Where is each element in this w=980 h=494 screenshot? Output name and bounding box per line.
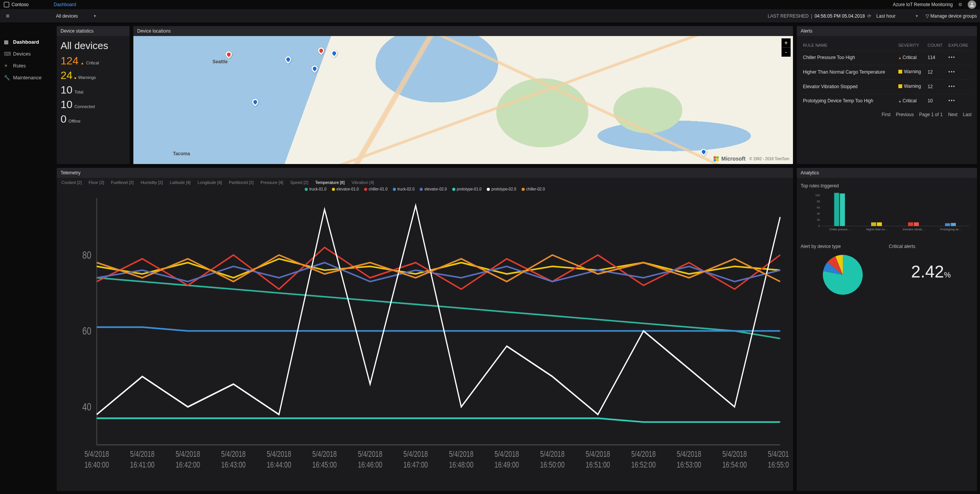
pager-first[interactable]: First: [882, 112, 890, 117]
brand-name: Contoso: [11, 2, 29, 7]
table-row[interactable]: Chiller Pressure Too High Critical 114 •…: [801, 51, 972, 64]
pager-next[interactable]: Next: [948, 112, 958, 117]
chevron-down-icon: ▼: [915, 14, 919, 18]
svg-text:16:53:00: 16:53:00: [677, 460, 701, 469]
legend-item[interactable]: prototype-01.0: [452, 187, 482, 191]
explore-icon[interactable]: •••: [948, 84, 955, 89]
sidebar-item-rules[interactable]: ✶Rules: [0, 60, 54, 72]
grid-icon: ▦: [4, 39, 9, 45]
telemetry-legend: truck-01.0elevator-01.0chiller-01.0truck…: [57, 185, 793, 192]
svg-text:16:45:00: 16:45:00: [312, 460, 337, 469]
pager-previous[interactable]: Previous: [896, 112, 914, 117]
telemetry-tab[interactable]: Speed [2]: [290, 180, 308, 185]
svg-text:5/4/2018: 5/4/2018: [267, 449, 291, 459]
alerts-col-header: EXPLORE: [947, 41, 972, 50]
telemetry-tab[interactable]: Pressure [4]: [261, 180, 283, 185]
map-zoom-out-button[interactable]: -: [781, 48, 791, 57]
explore-icon[interactable]: •••: [948, 98, 955, 103]
telemetry-tab[interactable]: Vibration [4]: [351, 180, 374, 185]
svg-rect-48: [871, 222, 876, 226]
refresh-icon[interactable]: ⟳: [867, 13, 871, 19]
explore-icon[interactable]: •••: [948, 55, 955, 60]
svg-text:5/4/2018: 5/4/2018: [722, 449, 747, 459]
manage-device-groups-link[interactable]: ▽ Manage device groups: [926, 13, 977, 19]
telemetry-tab[interactable]: Temperature [8]: [315, 180, 345, 185]
pager-last[interactable]: Last: [963, 112, 972, 117]
telemetry-tab[interactable]: Coolant [2]: [61, 180, 82, 185]
telemetry-tab[interactable]: Latitude [4]: [170, 180, 190, 185]
table-row[interactable]: Higher Than Normal Cargo Temperature War…: [801, 65, 972, 79]
legend-item[interactable]: elevator-01.0: [332, 187, 359, 191]
map-pin-icon[interactable]: [284, 55, 293, 64]
hamburger-icon[interactable]: ≡: [0, 13, 15, 20]
svg-text:Elevator vibrati…: Elevator vibrati…: [903, 228, 925, 231]
stat-connected: 10Connected: [61, 99, 126, 110]
panel-title: Analytics: [797, 168, 977, 178]
alerts-table: RULE NAMESEVERITYCOUNTEXPLORE Chiller Pr…: [801, 40, 973, 108]
map-pin-icon[interactable]: [317, 46, 326, 55]
chevron-down-icon: ▼: [93, 14, 97, 18]
square-icon: ■: [74, 77, 76, 80]
svg-text:0: 0: [818, 225, 820, 228]
telemetry-tab[interactable]: Floor [2]: [89, 180, 104, 185]
filter-bar: ≡ All devices ▼ LAST REFRESHED | 04:56:0…: [0, 9, 980, 23]
alerts-panel: Alerts RULE NAMESEVERITYCOUNTEXPLORE Chi…: [797, 26, 977, 164]
svg-text:5/4/2018: 5/4/2018: [312, 449, 337, 459]
svg-rect-55: [951, 223, 956, 226]
microsoft-logo-icon: [714, 156, 719, 161]
telemetry-tab[interactable]: Fuellevel [2]: [111, 180, 134, 185]
telemetry-tab[interactable]: Longitude [4]: [197, 180, 222, 185]
svg-text:16:40:00: 16:40:00: [84, 460, 109, 469]
svg-text:5/4/2018: 5/4/2018: [540, 449, 565, 459]
settings-gear-icon[interactable]: ⚙: [958, 2, 962, 7]
svg-text:16:47:00: 16:47:00: [404, 460, 428, 469]
map-pin-icon[interactable]: [699, 148, 708, 156]
svg-text:16:48:00: 16:48:00: [449, 460, 473, 469]
pager-page-1-of-1[interactable]: Page 1 of 1: [919, 112, 942, 117]
svg-text:16:43:00: 16:43:00: [221, 460, 246, 469]
svg-text:5/4/2018: 5/4/2018: [631, 449, 656, 459]
analytics-pie-chart: [801, 251, 885, 296]
map-pin-icon[interactable]: [330, 49, 339, 57]
telemetry-chart: 4060805/4/2018 16:40:005/4/2018 16:41:00…: [57, 192, 793, 491]
user-avatar[interactable]: [968, 0, 976, 9]
legend-item[interactable]: elevator-02.0: [420, 187, 446, 191]
svg-text:16:44:00: 16:44:00: [267, 460, 291, 469]
svg-rect-46: [840, 194, 845, 226]
svg-text:5/4/2018: 5/4/2018: [586, 449, 610, 459]
telemetry-tab[interactable]: Humidity [2]: [141, 180, 163, 185]
telemetry-tabs: Coolant [2]Floor [2]Fuellevel [2]Humidit…: [57, 178, 793, 185]
panel-title: Alerts: [797, 26, 977, 36]
legend-item[interactable]: truck-01.0: [305, 187, 326, 191]
map-pin-icon[interactable]: [251, 97, 259, 106]
legend-item[interactable]: truck-02.0: [393, 187, 414, 191]
timerange-dropdown[interactable]: Last hour ▼: [877, 13, 919, 19]
map-canvas[interactable]: Seattle Tacoma + -: [133, 36, 793, 164]
stat-critical: 124 ▲ Critical: [61, 56, 126, 66]
svg-text:5/4/2018: 5/4/2018: [768, 449, 789, 459]
svg-text:16:49:00: 16:49:00: [494, 460, 519, 469]
device-group-dropdown[interactable]: All devices ▼: [54, 13, 99, 19]
map-zoom-in-button[interactable]: +: [781, 38, 791, 48]
svg-text:40: 40: [82, 400, 91, 413]
svg-point-0: [971, 3, 973, 5]
table-row[interactable]: Prototyping Device Temp Too High Critica…: [801, 94, 972, 107]
table-row[interactable]: Elevator Vibration Stopped Warning 12 ••…: [801, 79, 972, 93]
svg-text:16:54:00: 16:54:00: [722, 460, 747, 469]
legend-item[interactable]: chiller-01.0: [364, 187, 387, 191]
map-pin-icon[interactable]: [310, 64, 319, 73]
sidebar-item-devices[interactable]: ⌨Devices: [0, 48, 54, 60]
breadcrumb[interactable]: Dashboard: [54, 2, 893, 7]
legend-item[interactable]: chiller-02.0: [522, 187, 545, 191]
sidebar-item-dashboard[interactable]: ▦Dashboard: [0, 36, 54, 48]
explore-icon[interactable]: •••: [948, 69, 955, 75]
svg-text:16:51:00: 16:51:00: [586, 460, 610, 469]
map-pin-icon[interactable]: [225, 50, 233, 59]
svg-rect-45: [834, 193, 839, 226]
svg-text:5/4/2018: 5/4/2018: [404, 449, 428, 459]
legend-item[interactable]: prototype-02.0: [487, 187, 516, 191]
telemetry-tab[interactable]: PartitionId [2]: [229, 180, 254, 185]
sidebar-item-maintenance[interactable]: 🔧Maintenance: [0, 72, 54, 84]
title-bar: Contoso Dashboard Azure IoT Remote Monit…: [0, 0, 980, 9]
svg-text:5/4/2018: 5/4/2018: [677, 449, 701, 459]
